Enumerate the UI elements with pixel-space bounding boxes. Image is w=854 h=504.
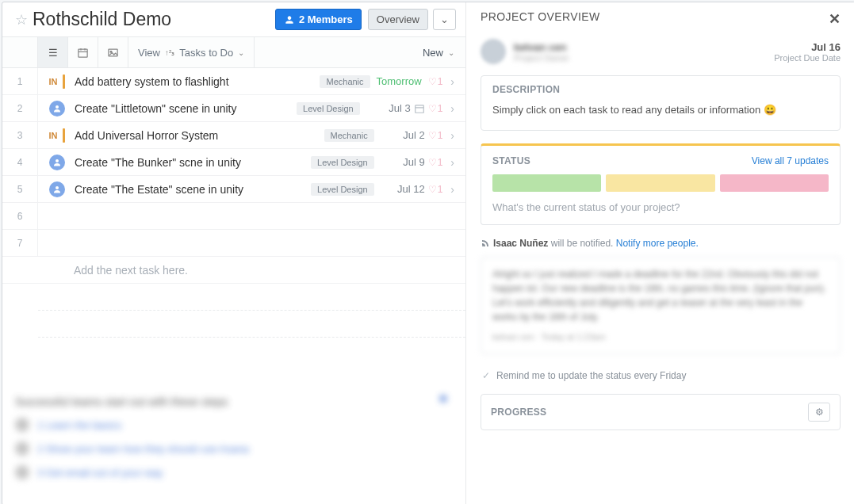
task-tag[interactable]: Level Design (311, 156, 374, 169)
task-title[interactable]: Create "The Estate" scene in unity (67, 183, 311, 196)
description-body[interactable]: Simply click on each task to read any de… (481, 101, 840, 130)
check-icon[interactable]: ✓ (482, 370, 490, 381)
chevron-down-icon: ⌄ (440, 13, 449, 25)
task-row[interactable]: 1INAdd battery system to flashlightMecha… (2, 68, 465, 95)
owner-avatar[interactable] (481, 39, 506, 64)
tips-heading: Successful teams start out with these st… (15, 395, 453, 408)
assignee-avatar[interactable] (49, 101, 65, 116)
follow-up-icon[interactable] (414, 103, 425, 114)
status-update-card[interactable]: Alright so I just realized I made a dead… (481, 257, 841, 354)
overview-button[interactable]: Overview (368, 9, 428, 30)
assignee-initials[interactable]: IN (46, 131, 60, 140)
task-tag[interactable]: Mechanic (324, 129, 374, 142)
remind-label[interactable]: Remind me to update the status every Fri… (496, 370, 686, 381)
chevron-right-icon[interactable]: › (450, 183, 454, 196)
task-row[interactable]: 5Create "The Estate" scene in unityLevel… (2, 176, 465, 203)
task-due[interactable]: Tomorrow (377, 75, 422, 87)
task-due[interactable]: Jul 2 (381, 129, 425, 141)
task-title[interactable]: Create "The Bunker" scne in unity (67, 156, 311, 169)
list-view-icon[interactable]: ☰ (38, 37, 68, 67)
progress-settings-button[interactable]: ⚙ (808, 403, 830, 422)
view-dropdown[interactable]: View ↑²₃ Tasks to Do ⌄ (128, 37, 255, 67)
heart-count[interactable]: ♡1 (428, 76, 443, 87)
progress-label: PROGRESS (491, 407, 808, 418)
project-due-date: Jul 16 (774, 41, 841, 53)
owner-name: kelvan cen (514, 41, 569, 53)
task-tag[interactable]: Level Design (311, 183, 374, 196)
task-tag[interactable]: Mechanic (320, 75, 370, 88)
new-button[interactable]: New ⌄ (416, 37, 465, 67)
project-due-label: Project Due Date (774, 53, 841, 63)
empty-task-row[interactable]: 7 (2, 230, 465, 257)
close-icon[interactable]: ✕ (829, 10, 841, 28)
task-row[interactable]: 3INAdd Universal Horror SystemMechanicJu… (2, 122, 465, 149)
row-number: 1 (2, 68, 38, 94)
task-title[interactable]: Add battery system to flashlight (67, 75, 320, 88)
chevron-down-icon: ⌄ (448, 48, 454, 57)
task-tag[interactable]: Level Design (297, 102, 360, 115)
svg-point-9 (56, 159, 59, 162)
svg-point-6 (56, 105, 59, 109)
status-red-button[interactable] (720, 174, 829, 192)
tips-item[interactable]: 1 Learn the basics (15, 418, 453, 432)
view-all-updates-link[interactable]: View all 7 updates (752, 155, 829, 166)
heart-count[interactable]: ♡1 (428, 103, 443, 114)
members-button[interactable]: 2 Members (275, 9, 362, 30)
owner-role: Project Owner (514, 53, 569, 63)
svg-rect-0 (79, 49, 87, 57)
task-row[interactable]: 2Create "Littletown" scene in unityLevel… (2, 95, 465, 122)
files-view-icon[interactable] (98, 37, 128, 67)
assignee-initials[interactable]: IN (46, 77, 60, 86)
info-dot (440, 395, 446, 402)
svg-point-10 (56, 186, 59, 189)
notify-name: Isaac Nuñez (493, 238, 548, 249)
project-actions-dropdown[interactable]: ⌄ (433, 9, 456, 30)
task-title[interactable]: Create "Littletown" scene in unity (67, 102, 297, 115)
empty-task-row[interactable]: 6 (2, 203, 465, 230)
heart-icon: ♡ (428, 76, 437, 87)
add-task-input[interactable]: Add the next task here. (2, 257, 465, 284)
svg-point-5 (110, 51, 112, 52)
members-icon (284, 14, 295, 25)
gear-icon: ⚙ (815, 407, 824, 418)
row-number: 4 (2, 149, 38, 175)
heart-icon: ♡ (428, 157, 437, 168)
task-due[interactable]: Jul 12 (381, 183, 425, 195)
notify-more-link[interactable]: Notify more people. (616, 238, 699, 249)
project-title: Rothschild Demo (33, 9, 275, 30)
task-row[interactable]: 4Create "The Bunker" scne in unityLevel … (2, 149, 465, 176)
gutter-spacer (2, 37, 38, 67)
row-number: 5 (2, 176, 38, 202)
heart-icon: ♡ (428, 130, 437, 141)
chevron-right-icon[interactable]: › (450, 129, 454, 142)
task-title[interactable]: Add Universal Horror System (67, 129, 324, 142)
heart-icon: ♡ (428, 103, 437, 114)
task-due[interactable]: Jul 9 (381, 156, 425, 168)
favorite-star-icon[interactable]: ☆ (15, 11, 28, 29)
heart-count[interactable]: ♡1 (428, 130, 443, 141)
assignee-avatar[interactable] (49, 181, 65, 197)
divider (38, 311, 465, 338)
chevron-right-icon[interactable]: › (450, 156, 454, 169)
overview-panel-title: PROJECT OVERVIEW (481, 10, 829, 23)
tips-item[interactable]: 3 Get email out of your way (15, 465, 453, 479)
task-due[interactable]: Jul 3 (366, 102, 411, 114)
status-input[interactable] (492, 201, 829, 213)
chevron-right-icon[interactable]: › (450, 102, 454, 115)
assignee-avatar[interactable] (49, 155, 65, 170)
chevron-right-icon[interactable]: › (450, 75, 454, 88)
assignee-bar (63, 128, 65, 143)
status-label: STATUS (492, 155, 530, 166)
calendar-view-icon[interactable] (68, 37, 98, 67)
heart-count[interactable]: ♡1 (428, 157, 443, 168)
status-green-button[interactable] (492, 174, 601, 192)
description-label: DESCRIPTION (481, 76, 840, 101)
status-yellow-button[interactable] (606, 174, 714, 192)
row-number: 6 (2, 203, 38, 229)
divider (38, 284, 465, 311)
sort-icon: ↑²₃ (165, 48, 174, 57)
chevron-down-icon: ⌄ (238, 48, 244, 57)
heart-count[interactable]: ♡1 (428, 184, 443, 195)
tips-item[interactable]: 2 Show your team how they should use Asa… (15, 441, 453, 456)
rss-icon (481, 239, 490, 248)
